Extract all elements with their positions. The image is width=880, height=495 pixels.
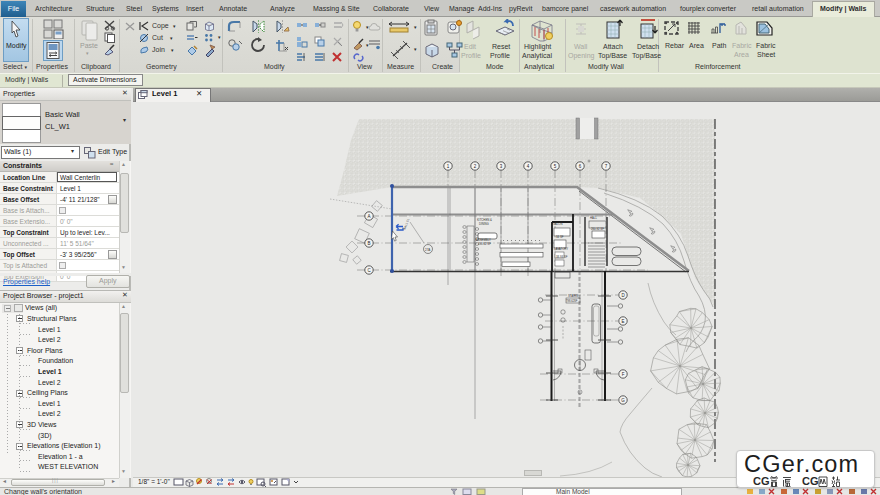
svg-text:G: G: [621, 398, 625, 403]
svg-text:198.62 SF: 198.62 SF: [478, 242, 491, 246]
svg-text:34 SF: 34 SF: [556, 235, 564, 239]
svg-text:HALL: HALL: [590, 216, 597, 220]
svg-text:LAVATORY: LAVATORY: [554, 247, 568, 251]
svg-text:27A: 27A: [425, 248, 430, 252]
svg-text:B: B: [367, 241, 370, 246]
svg-text:T98.62SF: T98.62SF: [566, 299, 578, 303]
svg-text:SALON: SALON: [553, 222, 562, 226]
svg-text:260.92 SF: 260.92 SF: [591, 227, 604, 231]
svg-text:38.93 SF: 38.93 SF: [556, 255, 568, 259]
svg-text:DINING: DINING: [479, 222, 489, 226]
svg-text:STAIRS: STAIRS: [568, 294, 578, 298]
svg-text:F: F: [622, 372, 625, 377]
svg-text:A: A: [367, 214, 370, 219]
svg-text:E: E: [621, 319, 624, 324]
